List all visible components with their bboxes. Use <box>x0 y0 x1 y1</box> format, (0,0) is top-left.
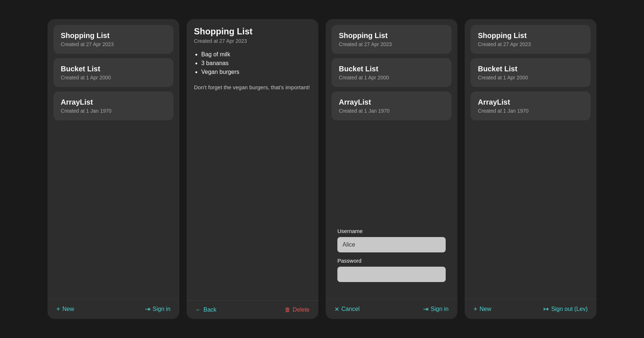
list-title-bucket-3: Bucket List <box>339 65 444 73</box>
detail-items-list: Bag of milk 3 bananas Vegan burgers <box>194 51 311 78</box>
new-button-1[interactable]: + New <box>56 305 74 313</box>
back-button[interactable]: ← Back <box>195 307 217 313</box>
list-created-arraylist-3: Created at 1 Jan 1970 <box>339 108 444 114</box>
plus-icon-4: + <box>473 305 478 313</box>
back-label: Back <box>203 307 217 313</box>
list-item-arraylist[interactable]: ArrayList Created at 1 Jan 1970 <box>53 91 173 120</box>
screen-1-footer: + New ⇥ Sign in <box>48 299 179 319</box>
signin-icon-1: ⇥ <box>145 305 150 313</box>
detail-title: Shopping List <box>194 26 311 37</box>
new-button-4[interactable]: + New <box>473 305 491 313</box>
list-title-shopping-4: Shopping List <box>478 31 583 40</box>
list-item-shopping[interactable]: Shopping List Created at 27 Apr 2023 <box>53 25 173 54</box>
signin-form: Username Password <box>332 222 452 293</box>
detail-item-2: Vegan burgers <box>201 69 311 75</box>
new-label-1: New <box>63 306 74 312</box>
detail-item-0: Bag of milk <box>201 51 311 58</box>
screen-2-content: Shopping List Created at 27 Apr 2023 Bag… <box>187 19 318 300</box>
signout-button[interactable]: ↦ Sign out (Lev) <box>543 305 588 313</box>
list-item-shopping-4[interactable]: Shopping List Created at 27 Apr 2023 <box>471 25 591 54</box>
detail-note: Don't forget the vegan burgers, that's i… <box>194 83 311 92</box>
list-item-bucket-4[interactable]: Bucket List Created at 1 Apr 2000 <box>471 58 591 87</box>
list-item-arraylist-3[interactable]: ArrayList Created at 1 Jan 1970 <box>332 91 452 120</box>
trash-icon: 🗑 <box>285 307 291 313</box>
new-label-4: New <box>480 306 491 312</box>
list-created-shopping: Created at 27 Apr 2023 <box>61 41 166 47</box>
list-created-shopping-3: Created at 27 Apr 2023 <box>339 41 444 47</box>
list-created-arraylist-4: Created at 1 Jan 1970 <box>478 108 583 114</box>
signin-button-1[interactable]: ⇥ Sign in <box>145 305 171 313</box>
username-label: Username <box>337 228 446 234</box>
signout-label: Sign out (Lev) <box>551 306 588 312</box>
list-created-shopping-4: Created at 27 Apr 2023 <box>478 41 583 47</box>
cancel-label: Cancel <box>341 306 360 312</box>
signout-icon: ↦ <box>543 305 549 313</box>
signin-label-1: Sign in <box>153 306 171 312</box>
screen-4-content: Shopping List Created at 27 Apr 2023 Buc… <box>465 19 596 299</box>
screen-3: Shopping List Created at 27 Apr 2023 Buc… <box>326 19 457 319</box>
list-item-shopping-3[interactable]: Shopping List Created at 27 Apr 2023 <box>332 25 452 54</box>
list-created-bucket-3: Created at 1 Apr 2000 <box>339 75 444 80</box>
password-label: Password <box>337 258 446 264</box>
username-input[interactable] <box>337 237 446 252</box>
detail-created: Created at 27 Apr 2023 <box>194 38 311 44</box>
list-item-arraylist-4[interactable]: ArrayList Created at 1 Jan 1970 <box>471 91 591 120</box>
screen-4: Shopping List Created at 27 Apr 2023 Buc… <box>465 19 596 319</box>
screen-4-footer: + New ↦ Sign out (Lev) <box>465 299 596 319</box>
password-input[interactable] <box>337 267 446 282</box>
screen-3-footer: ✕ Cancel ⇥ Sign in <box>326 299 457 319</box>
screen-1-content: Shopping List Created at 27 Apr 2023 Buc… <box>48 19 179 299</box>
list-title-bucket-4: Bucket List <box>478 65 583 73</box>
list-item-bucket[interactable]: Bucket List Created at 1 Apr 2000 <box>53 58 173 87</box>
list-created-bucket: Created at 1 Apr 2000 <box>61 75 166 80</box>
x-icon: ✕ <box>334 306 339 313</box>
delete-button[interactable]: 🗑 Delete <box>285 307 310 313</box>
list-title-shopping: Shopping List <box>61 31 166 40</box>
signin-label-3: Sign in <box>431 306 449 312</box>
list-title-arraylist-3: ArrayList <box>339 98 444 106</box>
signin-icon-3: ⇥ <box>423 305 428 313</box>
list-title-shopping-3: Shopping List <box>339 31 444 40</box>
screen-2-footer: ← Back 🗑 Delete <box>187 300 318 319</box>
screen-3-content: Shopping List Created at 27 Apr 2023 Buc… <box>326 19 457 299</box>
list-created-bucket-4: Created at 1 Apr 2000 <box>478 75 583 80</box>
screens-container: Shopping List Created at 27 Apr 2023 Buc… <box>48 19 596 319</box>
cancel-button[interactable]: ✕ Cancel <box>334 306 360 313</box>
screen-2: Shopping List Created at 27 Apr 2023 Bag… <box>187 19 318 319</box>
list-item-bucket-3[interactable]: Bucket List Created at 1 Apr 2000 <box>332 58 452 87</box>
screen-1: Shopping List Created at 27 Apr 2023 Buc… <box>48 19 179 319</box>
list-created-arraylist: Created at 1 Jan 1970 <box>61 108 166 114</box>
list-title-arraylist-4: ArrayList <box>478 98 583 106</box>
back-arrow-icon: ← <box>195 307 201 313</box>
signin-button-3[interactable]: ⇥ Sign in <box>423 305 449 313</box>
delete-label: Delete <box>293 307 310 313</box>
detail-item-1: 3 bananas <box>201 60 311 67</box>
list-title-bucket: Bucket List <box>61 65 166 73</box>
list-title-arraylist: ArrayList <box>61 98 166 106</box>
plus-icon-1: + <box>56 305 60 313</box>
